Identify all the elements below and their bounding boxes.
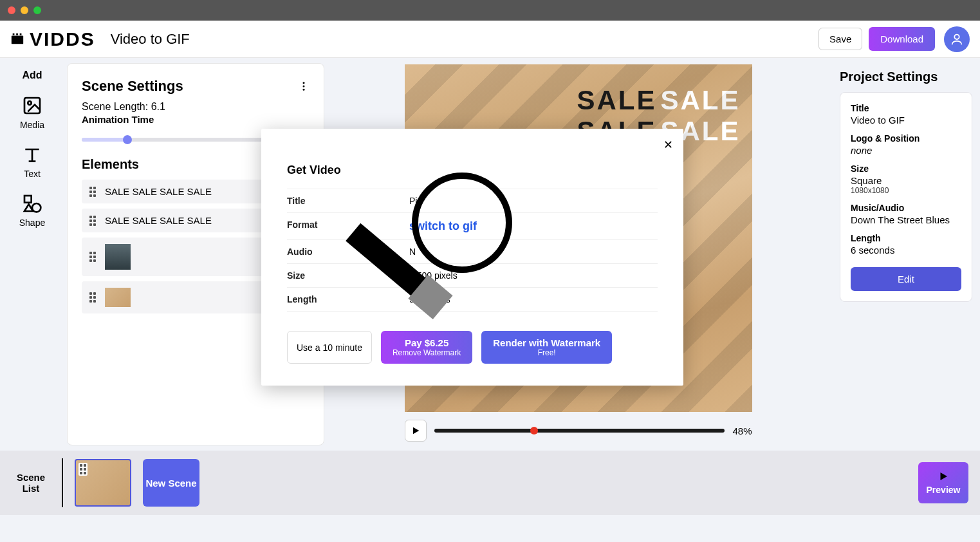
svg-rect-3 [20,33,22,35]
bottombar: Scene List New Scene Preview [0,451,980,515]
image-icon [22,95,42,116]
project-settings-panel: Project Settings Title Video to GIF Logo… [832,58,980,451]
new-scene-button[interactable]: New Scene [143,459,199,507]
modal-title-label: Title [287,196,409,206]
svg-point-11 [303,89,305,91]
element-label: SALE SALE SALE SALE [105,215,212,226]
modal-length-value: 9 seconds [409,294,658,304]
topbar: VIDDS Video to GIF Save Download [0,21,980,58]
svg-point-4 [954,34,959,39]
window-titlebar [0,0,980,21]
svg-rect-5 [24,98,40,113]
drag-handle-icon[interactable] [79,463,88,476]
ps-title-label: Title [851,103,961,113]
ps-size-label: Size [851,164,961,174]
sidebar-item-media[interactable]: Media [20,95,44,130]
modal-length-label: Length [287,294,409,304]
timeline-slider[interactable] [434,429,725,433]
get-video-modal: ✕ Get Video TitlePi Formatswitch to gif … [261,129,683,386]
svg-point-6 [28,101,31,104]
ps-music-label: Music/Audio [851,203,961,213]
ps-length-label: Length [851,233,961,243]
element-label: SALE SALE SALE SALE [105,186,212,197]
window-minimize-icon[interactable] [21,6,28,14]
shape-icon [22,193,42,214]
ps-logo-label: Logo & Position [851,133,961,144]
use-coupon-button[interactable]: Use a 10 minute [287,331,372,364]
sidebar-item-text[interactable]: Text [22,144,42,179]
drag-handle-icon[interactable] [89,216,96,226]
svg-point-10 [303,86,305,88]
modal-size-label: Size [287,270,409,281]
render-watermark-button[interactable]: Render with Watermark Free! [481,331,612,364]
image-thumb [105,244,131,270]
modal-audio-label: Audio [287,247,409,257]
more-vertical-icon[interactable] [298,80,310,92]
modal-audio-value: N [409,247,658,257]
modal-format-label: Format [287,220,409,233]
svg-rect-1 [13,33,15,35]
modal-title: Get Video [287,164,658,177]
close-icon[interactable]: ✕ [663,138,673,152]
play-icon [411,425,421,436]
user-icon [950,32,964,46]
edit-button[interactable]: Edit [851,267,961,291]
svg-rect-7 [24,196,32,203]
modal-title-value: Pi [409,196,658,206]
logo-icon [10,32,24,46]
ps-title-value: Video to GIF [851,115,961,126]
sidebar-media-label: Media [20,120,44,130]
text-icon [22,144,42,165]
window-close-icon[interactable] [8,6,15,14]
preview-button[interactable]: Preview [918,462,968,503]
timeline-thumb-icon[interactable] [530,427,538,435]
project-settings-heading: Project Settings [840,70,972,84]
logo-text: VIDDS [30,28,95,50]
svg-rect-2 [16,33,18,35]
switch-to-gif-link[interactable]: switch to gif [409,220,477,232]
ps-length-value: 6 seconds [851,245,961,256]
divider [62,458,63,507]
sidebar-item-shape[interactable]: Shape [19,193,45,228]
pay-button[interactable]: Pay $6.25 Remove Watermark [381,331,472,364]
timeline-percent: 48% [732,425,752,436]
slider-thumb-icon[interactable] [123,135,132,144]
sidebar: Add Media Text Shape [0,58,64,451]
ps-logo-value: none [851,145,961,156]
animation-time-label: Animation Time [82,114,310,125]
logo: VIDDS [10,28,95,50]
modal-size-value: 5 500 pixels [409,270,658,281]
window-maximize-icon[interactable] [33,6,41,14]
scene-thumbnail[interactable] [75,459,131,507]
scene-list-label: Scene List [12,472,50,494]
play-icon [938,471,949,482]
scene-length-label: Scene Length: 6.1 [82,101,310,113]
image-thumb [105,288,131,307]
save-button[interactable]: Save [818,28,862,50]
download-button[interactable]: Download [869,27,935,51]
avatar[interactable] [944,26,970,52]
sidebar-add-label: Add [22,70,42,81]
drag-handle-icon[interactable] [89,292,96,303]
ps-size-value: Square [851,175,961,186]
drag-handle-icon[interactable] [89,252,96,262]
sidebar-text-label: Text [24,169,41,179]
ps-size-sub: 1080x1080 [851,186,961,195]
scene-settings-title: Scene Settings [82,78,183,95]
svg-rect-0 [12,35,23,44]
page-title: Video to GIF [111,31,190,48]
ps-music-value: Down The Street Blues [851,214,961,225]
play-button[interactable] [405,420,427,442]
svg-point-9 [303,82,305,84]
sidebar-shape-label: Shape [19,218,45,228]
drag-handle-icon[interactable] [89,187,96,197]
